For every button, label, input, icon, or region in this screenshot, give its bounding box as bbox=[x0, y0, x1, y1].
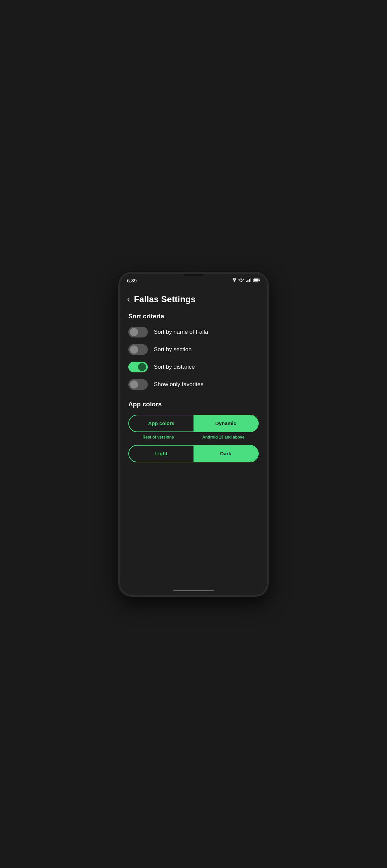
status-icons bbox=[233, 278, 260, 283]
sort-criteria-section: Sort criteria Sort by name of Falla Sort… bbox=[120, 313, 267, 390]
svg-rect-1 bbox=[247, 280, 248, 282]
toggle-row-sort-distance: Sort by distance bbox=[128, 362, 259, 372]
toggle-sort-distance[interactable] bbox=[128, 362, 148, 372]
toggle-thumb-sort-section bbox=[130, 345, 138, 353]
toggle-label-sort-name: Sort by name of Falla bbox=[154, 329, 208, 336]
segment-option-light[interactable]: Light bbox=[129, 445, 194, 462]
toggle-sort-section[interactable] bbox=[128, 344, 148, 355]
bottom-nav-bar bbox=[173, 590, 214, 591]
back-button[interactable]: ‹ bbox=[127, 295, 130, 304]
phone-frame: 6:39 bbox=[118, 272, 269, 597]
segment-hint-dynamic: Android 13 and above bbox=[202, 435, 244, 439]
sort-criteria-title: Sort criteria bbox=[128, 313, 259, 320]
theme-mode-segment-control[interactable]: Light Dark bbox=[128, 445, 259, 462]
status-time: 6:39 bbox=[127, 278, 137, 283]
app-colors-title: App colors bbox=[128, 401, 259, 408]
svg-rect-5 bbox=[259, 280, 260, 281]
segment-option-dark[interactable]: Dark bbox=[194, 445, 258, 462]
toggle-label-show-favorites: Show only favorites bbox=[154, 381, 203, 388]
page-title: Fallas Settings bbox=[134, 294, 196, 305]
screen-content: ‹ Fallas Settings Sort criteria Sort by … bbox=[120, 286, 267, 595]
toggle-show-favorites[interactable] bbox=[128, 379, 148, 390]
color-mode-segment-group: App colors Dynamic Rest of versions Andr… bbox=[128, 415, 259, 439]
phone-notch bbox=[183, 274, 204, 276]
location-icon bbox=[233, 278, 237, 283]
toggle-row-sort-section: Sort by section bbox=[128, 344, 259, 355]
page-header: ‹ Fallas Settings bbox=[120, 289, 267, 313]
wifi-icon bbox=[239, 278, 244, 283]
svg-rect-0 bbox=[246, 281, 247, 282]
toggle-sort-name[interactable] bbox=[128, 327, 148, 338]
toggle-row-sort-name: Sort by name of Falla bbox=[128, 327, 259, 338]
svg-rect-3 bbox=[250, 278, 251, 282]
toggle-row-show-favorites: Show only favorites bbox=[128, 379, 259, 390]
toggle-thumb-sort-distance bbox=[138, 363, 146, 371]
toggle-label-sort-distance: Sort by distance bbox=[154, 364, 195, 370]
toggle-thumb-sort-name bbox=[130, 328, 138, 336]
battery-icon bbox=[253, 278, 260, 282]
svg-rect-6 bbox=[254, 279, 259, 282]
segment-option-app-colors[interactable]: App colors bbox=[129, 415, 194, 432]
segment-option-dynamic[interactable]: Dynamic bbox=[194, 415, 258, 432]
segment-hint-app-colors: Rest of versions bbox=[143, 435, 174, 439]
signal-icon bbox=[246, 278, 251, 283]
app-colors-section: App colors App colors Dynamic Rest of ve… bbox=[120, 401, 267, 462]
segment-hints-color-mode: Rest of versions Android 13 and above bbox=[128, 435, 259, 439]
toggle-label-sort-section: Sort by section bbox=[154, 346, 191, 353]
color-mode-segment-control[interactable]: App colors Dynamic bbox=[128, 415, 259, 432]
svg-rect-2 bbox=[249, 279, 250, 282]
theme-mode-segment-group: Light Dark bbox=[128, 445, 259, 462]
toggle-thumb-show-favorites bbox=[130, 380, 138, 389]
